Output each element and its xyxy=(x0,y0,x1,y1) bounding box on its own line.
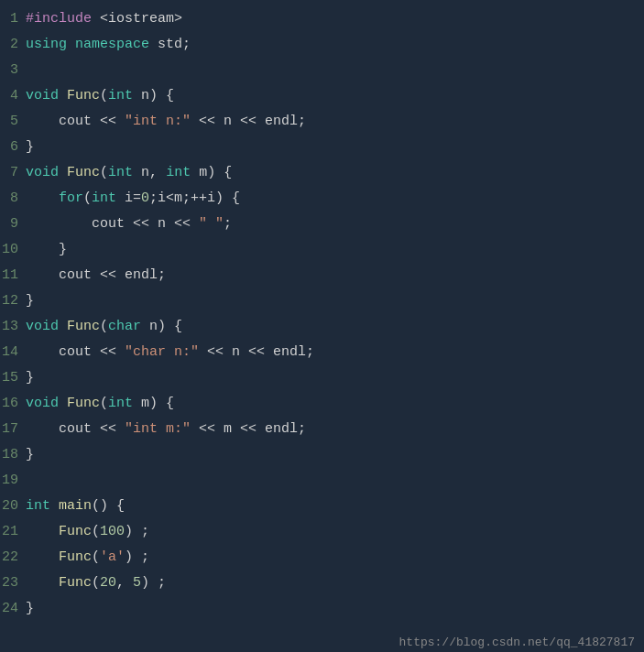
line-content: void Func(int n) { xyxy=(26,84,174,108)
line-content: Func(100) ; xyxy=(26,520,149,544)
line-content: void Func(char n) { xyxy=(26,315,182,339)
line-number: 14 xyxy=(0,341,26,364)
line-number: 19 xyxy=(0,469,26,493)
line-number: 15 xyxy=(0,366,26,390)
line-number: 4 xyxy=(0,84,26,108)
line-content: void Func(int n, int m) { xyxy=(26,161,232,185)
code-line: 5 cout << "int n:" << n << endl; xyxy=(0,110,644,136)
code-line: 4void Func(int n) { xyxy=(0,84,644,110)
line-content: #include <iostream> xyxy=(26,7,182,31)
code-line: 2using namespace std; xyxy=(0,33,644,59)
line-number: 7 xyxy=(0,161,26,185)
line-content: } xyxy=(26,238,67,262)
line-number: 23 xyxy=(0,571,26,595)
line-content: Func('a') ; xyxy=(26,546,149,570)
code-line: 12} xyxy=(0,289,644,315)
code-line: 15} xyxy=(0,366,644,392)
code-line: 19 xyxy=(0,469,644,494)
line-content: } xyxy=(26,136,34,159)
line-content: cout << n << " "; xyxy=(26,212,232,236)
code-line: 9 cout << n << " "; xyxy=(0,212,644,238)
line-number: 24 xyxy=(0,597,26,621)
line-number: 6 xyxy=(0,136,26,159)
code-line: 11 cout << endl; xyxy=(0,264,644,289)
line-number: 18 xyxy=(0,443,26,467)
code-line: 1#include <iostream> xyxy=(0,7,644,33)
code-line: 21 Func(100) ; xyxy=(0,520,644,546)
line-number: 11 xyxy=(0,264,26,288)
line-content: void Func(int m) { xyxy=(26,392,174,416)
line-content: } xyxy=(26,366,34,390)
code-line: 14 cout << "char n:" << n << endl; xyxy=(0,341,644,366)
code-line: 13void Func(char n) { xyxy=(0,315,644,341)
line-content: using namespace std; xyxy=(26,33,191,57)
url-text: https://blog.csdn.net/qq_41827817 xyxy=(399,636,635,649)
line-number: 9 xyxy=(0,212,26,236)
code-line: 10 } xyxy=(0,238,644,264)
line-content: cout << endl; xyxy=(26,264,166,288)
code-line: 24} xyxy=(0,597,644,623)
line-number: 20 xyxy=(0,494,26,518)
footer-url: https://blog.csdn.net/qq_41827817 xyxy=(0,632,644,652)
line-content: } xyxy=(26,597,34,621)
line-content: cout << "char n:" << n << endl; xyxy=(26,341,314,364)
code-line: 3 xyxy=(0,59,644,84)
code-line: 17 cout << "int m:" << m << endl; xyxy=(0,418,644,443)
line-number: 3 xyxy=(0,59,26,82)
code-line: 23 Func(20, 5) ; xyxy=(0,571,644,597)
line-content: cout << "int n:" << n << endl; xyxy=(26,110,306,134)
line-content: for(int i=0;i<m;++i) { xyxy=(26,187,240,211)
line-content: } xyxy=(26,443,34,467)
line-number: 2 xyxy=(0,33,26,57)
line-number: 1 xyxy=(0,7,26,31)
line-number: 8 xyxy=(0,187,26,211)
code-editor: 1#include <iostream>2using namespace std… xyxy=(0,0,644,632)
line-number: 22 xyxy=(0,546,26,570)
code-line: 6} xyxy=(0,136,644,161)
line-number: 17 xyxy=(0,418,26,441)
line-content: cout << "int m:" << m << endl; xyxy=(26,418,306,441)
line-number: 12 xyxy=(0,289,26,313)
line-content: Func(20, 5) ; xyxy=(26,571,166,595)
line-number: 21 xyxy=(0,520,26,544)
code-line: 22 Func('a') ; xyxy=(0,546,644,571)
line-number: 10 xyxy=(0,238,26,262)
code-line: 7void Func(int n, int m) { xyxy=(0,161,644,187)
code-line: 8 for(int i=0;i<m;++i) { xyxy=(0,187,644,212)
line-content: int main() { xyxy=(26,494,125,518)
line-number: 5 xyxy=(0,110,26,134)
line-number: 13 xyxy=(0,315,26,339)
line-content: } xyxy=(26,289,34,313)
code-line: 18} xyxy=(0,443,644,469)
code-line: 20int main() { xyxy=(0,494,644,520)
code-line: 16void Func(int m) { xyxy=(0,392,644,418)
line-number: 16 xyxy=(0,392,26,416)
